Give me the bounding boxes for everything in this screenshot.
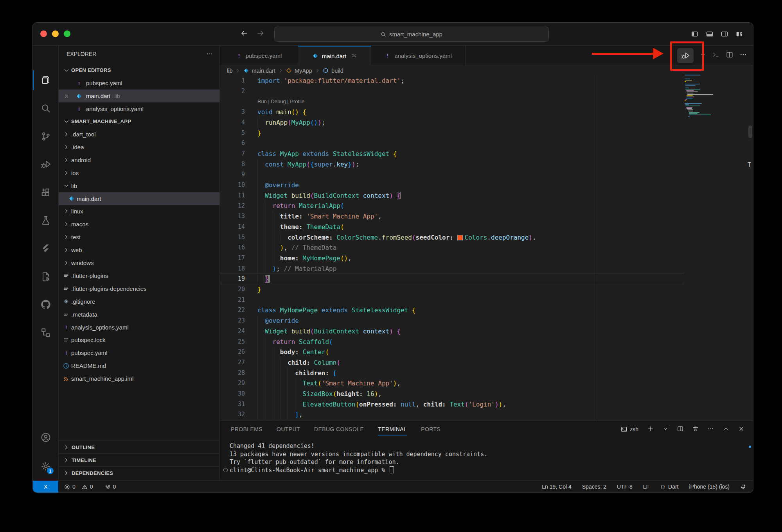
code-line-14[interactable]: 14 theme: ThemeData(: [220, 222, 753, 232]
panel-action-chevron-down-sm[interactable]: [663, 426, 668, 433]
tree-item-macos[interactable]: macos: [59, 218, 219, 231]
code-editor[interactable]: 1import 'package:flutter/material.dart';…: [220, 75, 753, 421]
action-terminal-prompt[interactable]: [712, 51, 719, 60]
editor-scrollbar-thumb[interactable]: [748, 125, 752, 138]
tree-item-windows[interactable]: windows: [59, 256, 219, 269]
code-line-18[interactable]: 18 ); // MaterialApp: [220, 263, 753, 274]
code-line-19[interactable]: 19 }: [220, 274, 753, 284]
layout-sidebar-left-icon[interactable]: [691, 30, 698, 38]
code-line-12[interactable]: 12 return MaterialApp(: [220, 201, 753, 211]
code-line-15[interactable]: 15 colorScheme: ColorScheme.fromSeed(see…: [220, 232, 753, 243]
section-open-editors[interactable]: OPEN EDITORS: [59, 64, 219, 77]
layout-sidebar-right-icon[interactable]: [721, 30, 728, 38]
code-line-20[interactable]: 20}: [220, 284, 753, 295]
code-line-1[interactable]: 1import 'package:flutter/material.dart';: [220, 75, 753, 86]
activity-files[interactable]: [33, 72, 58, 89]
panel-tab-terminal[interactable]: TERMINAL: [378, 421, 407, 437]
activity-flutter[interactable]: [33, 240, 58, 257]
code-line-7[interactable]: 7class MyApp extends StatelessWidget {: [220, 149, 753, 159]
status-dart[interactable]: {}Dart: [660, 484, 678, 490]
status-utf-8[interactable]: UTF-8: [617, 484, 633, 490]
activity-testing[interactable]: [33, 212, 58, 229]
breadcrumb-item[interactable]: lib: [227, 68, 233, 74]
code-line-31[interactable]: 31 ElevatedButton(onPressed: null, child…: [220, 399, 753, 410]
tree-item-web[interactable]: web: [59, 244, 219, 256]
tree-item-.dart_tool[interactable]: .dart_tool: [59, 128, 219, 141]
code-line-25[interactable]: 25 return Scaffold(: [220, 337, 753, 347]
tree-item-linux[interactable]: linux: [59, 205, 219, 218]
activity-account[interactable]: [33, 429, 58, 446]
code-line-8[interactable]: 8 const MyApp({super.key});: [220, 159, 753, 170]
status-error[interactable]: 0: [64, 484, 76, 490]
activity-extensions[interactable]: [33, 184, 58, 201]
breadcrumb-item[interactable]: MyApp: [295, 68, 312, 74]
panel-tab-output[interactable]: OUTPUT: [277, 421, 300, 437]
close-icon[interactable]: [351, 53, 357, 58]
code-line-lens[interactable]: Run | Debug | Profile: [220, 96, 753, 107]
tree-item-main.dart[interactable]: main.dart: [59, 192, 219, 205]
tab-pubspec.yaml[interactable]: !pubspec.yaml: [220, 46, 298, 65]
tree-item-analysis_options.yaml[interactable]: !analysis_options.yaml: [59, 321, 219, 334]
window-zoom-button[interactable]: [64, 30, 70, 37]
tree-item-.gitignore[interactable]: .gitignore: [59, 295, 219, 308]
activity-project-gear[interactable]: [33, 268, 58, 285]
section-timeline[interactable]: TIMELINE: [59, 453, 219, 467]
code-line-27[interactable]: 27 child: Column(: [220, 357, 753, 368]
tree-item-pubspec.lock[interactable]: pubspec.lock: [59, 333, 219, 346]
tree-item-.metadata[interactable]: .metadata: [59, 308, 219, 321]
code-line-23[interactable]: 23 @override: [220, 315, 753, 326]
tree-item-smart_machine_app.iml[interactable]: smart_machine_app.iml: [59, 372, 219, 385]
close-icon[interactable]: [64, 93, 69, 99]
panel-action-split-editor[interactable]: [677, 426, 683, 433]
status-ln-19-col-4[interactable]: Ln 19, Col 4: [542, 484, 572, 490]
code-line-22[interactable]: 22class MyHomePage extends StatelessWidg…: [220, 305, 753, 315]
remote-indicator[interactable]: [33, 481, 58, 493]
back-icon[interactable]: [240, 29, 248, 37]
status-warning[interactable]: 0: [82, 484, 93, 490]
layout-panel-icon[interactable]: [706, 30, 713, 38]
activity-github[interactable]: [33, 296, 58, 313]
status-iphone-15-ios-[interactable]: iPhone (15) (ios): [689, 484, 730, 490]
forward-icon[interactable]: [257, 29, 264, 37]
layout-custom-icon[interactable]: [736, 30, 743, 38]
more-actions-icon[interactable]: [206, 51, 212, 57]
minimap[interactable]: [685, 75, 713, 122]
tree-item-lib[interactable]: lib: [59, 179, 219, 192]
code-line-26[interactable]: 26 body: Center(: [220, 347, 753, 357]
code-line-32[interactable]: 32 ],: [220, 409, 753, 420]
open-editor-analysis_options.yaml[interactable]: !analysis_options.yaml: [59, 102, 219, 115]
window-close-button[interactable]: [40, 30, 47, 37]
code-line-5[interactable]: 5}: [220, 128, 753, 138]
command-center-search[interactable]: smart_machine_app: [274, 27, 549, 42]
activity-remote-explorer[interactable]: [33, 324, 58, 341]
status-broadcast[interactable]: 0: [105, 484, 116, 490]
code-line-6[interactable]: 6: [220, 138, 753, 149]
panel-tab-debug-console[interactable]: DEBUG CONSOLE: [314, 421, 364, 437]
tab-main.dart[interactable]: main.dart: [298, 46, 371, 65]
activity-source-control[interactable]: [33, 128, 58, 145]
tree-item-android[interactable]: android: [59, 154, 219, 167]
tree-item-.idea[interactable]: .idea: [59, 141, 219, 154]
window-controls[interactable]: [40, 30, 70, 37]
code-line-24[interactable]: 24 Widget build(BuildContext context) {: [220, 326, 753, 337]
activity-search[interactable]: [33, 100, 58, 117]
activity-settings-gear[interactable]: 1: [33, 458, 58, 475]
panel-action-ellipsis[interactable]: [708, 426, 714, 433]
activity-run-debug[interactable]: [33, 156, 58, 173]
tree-item-.flutter-plugins[interactable]: .flutter-plugins: [59, 269, 219, 282]
tab-analysis_options.yaml[interactable]: !analysis_options.yaml: [371, 46, 466, 65]
terminal-profile-zsh[interactable]: zsh: [621, 426, 638, 432]
action-split-editor[interactable]: [726, 51, 733, 60]
panel-action-chevron-up[interactable]: [723, 426, 729, 433]
code-line-17[interactable]: 17 home: MyHomePage(),: [220, 253, 753, 263]
terminal-prompt-line[interactable]: clint@Clints-MacBook-Air smart_machine_a…: [230, 466, 487, 475]
panel-tab-problems[interactable]: PROBLEMS: [231, 421, 262, 437]
status-lf[interactable]: LF: [643, 484, 649, 490]
status-spaces-2[interactable]: Spaces: 2: [582, 484, 606, 490]
close-slot[interactable]: [59, 93, 74, 99]
code-line-10[interactable]: 10 @override: [220, 180, 753, 190]
open-editor-main.dart[interactable]: main.dartlib: [59, 90, 219, 102]
code-line-28[interactable]: 28 children: [: [220, 368, 753, 378]
panel-action-close[interactable]: [738, 426, 744, 433]
status-bell[interactable]: [740, 484, 746, 490]
